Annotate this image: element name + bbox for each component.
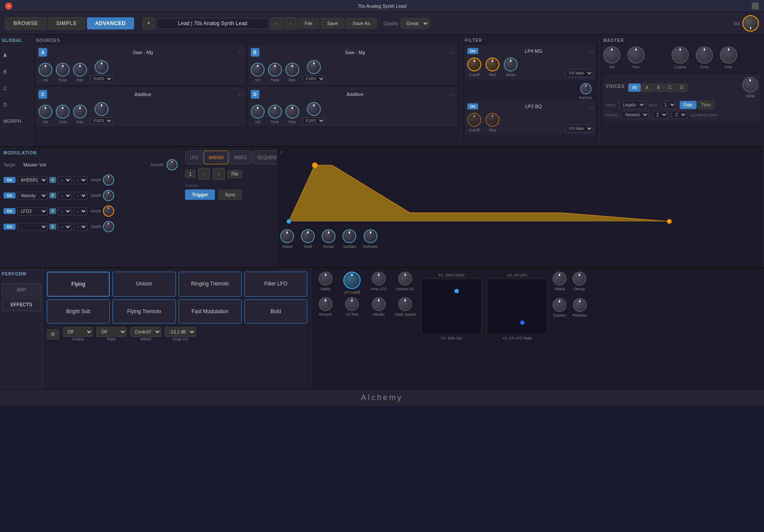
global-row-d[interactable]: D bbox=[2, 96, 30, 113]
env-sustain-knob[interactable] bbox=[342, 229, 356, 243]
source-b-f1f2-select[interactable]: F1/F2 bbox=[303, 75, 325, 82]
global-row-morph[interactable]: MORPH bbox=[2, 113, 30, 129]
trigger-button[interactable]: Trigger bbox=[185, 189, 215, 200]
source-b-pan-knob[interactable] bbox=[285, 63, 299, 77]
save-as-button[interactable]: Save As bbox=[346, 18, 377, 29]
voices-d-button[interactable]: D bbox=[677, 83, 687, 92]
mod-row3-e-button[interactable]: E bbox=[49, 208, 56, 214]
master-tune-knob[interactable] bbox=[696, 46, 713, 64]
mod-row1-sel1[interactable]: - bbox=[58, 176, 72, 184]
advanced-button[interactable]: ADVANCED bbox=[87, 17, 134, 29]
tab-mseg[interactable]: MSEG bbox=[229, 151, 251, 164]
source-a-tune-knob[interactable] bbox=[56, 63, 70, 77]
vol-knob[interactable] bbox=[742, 15, 759, 32]
close-button[interactable]: × bbox=[5, 3, 12, 10]
snap-vol-select[interactable]: -13.1 dB bbox=[165, 327, 196, 337]
expand-button[interactable]: ▾ bbox=[143, 17, 155, 29]
source-d-f1f2-select[interactable]: F1/F2 bbox=[303, 117, 325, 124]
lfo-next-button[interactable]: › bbox=[213, 168, 225, 180]
mod-row1-on-button[interactable]: On bbox=[3, 177, 16, 183]
mod-row4-e-button[interactable]: E bbox=[49, 224, 56, 230]
voices-a-button[interactable]: A bbox=[642, 83, 652, 92]
mod-row4-sel2[interactable]: - bbox=[74, 223, 87, 231]
source-c-arrows[interactable]: ‹ › bbox=[239, 92, 243, 97]
octave-select[interactable]: Off bbox=[63, 327, 93, 337]
filter2-arrows[interactable]: ‹ › bbox=[589, 104, 593, 109]
source-d-pan-knob[interactable] bbox=[285, 105, 299, 119]
mod-row3-source-select[interactable]: LFO3 bbox=[17, 207, 48, 215]
filter1-on-button[interactable]: On bbox=[467, 48, 478, 54]
filter2-on-button[interactable]: On bbox=[467, 103, 478, 109]
voices-priority-select[interactable]: Newest bbox=[621, 111, 649, 119]
source-c-pan-knob[interactable] bbox=[73, 105, 87, 119]
preset-dropdown[interactable]: Lead | 70s Analog Synth Lead bbox=[157, 18, 269, 29]
macro-unison-button[interactable]: Unison bbox=[112, 272, 176, 297]
filter2-cutoff-knob[interactable] bbox=[467, 113, 481, 127]
unison-ac-knob[interactable] bbox=[398, 272, 412, 285]
mod-row3-depth-knob[interactable] bbox=[103, 205, 114, 217]
voices-all-button[interactable]: All bbox=[628, 83, 641, 92]
prev-preset-button[interactable]: ‹ bbox=[271, 17, 283, 29]
source-c-f1f2-knob[interactable] bbox=[95, 102, 109, 116]
lp-cutoff-knob[interactable] bbox=[343, 272, 361, 289]
macro-ringing-button[interactable]: Ringing Tremolo bbox=[179, 272, 242, 297]
env-hold-knob[interactable] bbox=[301, 229, 315, 243]
source-d-arrows[interactable]: ‹ › bbox=[451, 92, 455, 97]
xy-pad1[interactable] bbox=[421, 279, 482, 335]
lfo-file-button[interactable]: File bbox=[227, 170, 242, 178]
perf-sustain-knob[interactable] bbox=[553, 298, 566, 312]
simple-button[interactable]: SIMPLE bbox=[48, 17, 85, 29]
global-row-b[interactable]: B bbox=[2, 64, 30, 80]
source-a-f1f2-select[interactable]: F1/F2 bbox=[90, 75, 113, 82]
glide-knob[interactable] bbox=[742, 77, 758, 93]
source-d-vol-knob[interactable] bbox=[251, 105, 265, 119]
macro-brightsub-button[interactable]: Bright Sub bbox=[47, 299, 110, 324]
filter2-fx-select[interactable]: FX Main bbox=[566, 125, 593, 132]
vibrato-knob[interactable] bbox=[372, 297, 386, 311]
env-release-knob[interactable] bbox=[364, 229, 377, 243]
mod-row1-depth-knob[interactable] bbox=[103, 174, 114, 186]
macro-bold-button[interactable]: Bold bbox=[244, 299, 307, 324]
env-decay-knob[interactable] bbox=[322, 229, 336, 243]
mod-row1-sel2[interactable]: - bbox=[74, 176, 87, 184]
source-d-f1f2-knob[interactable] bbox=[307, 102, 321, 116]
perf-decay-knob[interactable] bbox=[572, 272, 586, 285]
source-b-f1f2-knob[interactable] bbox=[307, 60, 321, 74]
source-a-pan-knob[interactable] bbox=[73, 63, 87, 77]
macro-flyingtrem-button[interactable]: Flying Tremolo bbox=[112, 299, 176, 324]
source-a-f1f2-knob[interactable] bbox=[95, 60, 109, 74]
wheel-select[interactable]: Control7 bbox=[130, 327, 161, 337]
filter1-fx-select[interactable]: FX Main bbox=[566, 69, 593, 77]
master-vol-knob[interactable] bbox=[603, 46, 620, 64]
global-row-a[interactable]: A bbox=[2, 47, 30, 64]
master-coarse-knob[interactable] bbox=[671, 46, 689, 64]
source-b-tune-knob[interactable] bbox=[268, 63, 282, 77]
voices-val1-select[interactable]: 2 bbox=[652, 111, 668, 119]
filter1-cutoff-knob[interactable] bbox=[467, 58, 481, 71]
voices-num-select[interactable]: 1 bbox=[661, 101, 676, 109]
source-d-tune-knob[interactable] bbox=[268, 105, 282, 119]
source-a-arrows[interactable]: ‹ › bbox=[239, 50, 243, 55]
mod-row3-sel1[interactable]: - bbox=[58, 207, 72, 215]
browse-button[interactable]: BROWSE bbox=[5, 17, 46, 29]
mod-row1-e-button[interactable]: E bbox=[49, 177, 56, 183]
voices-mode-select[interactable]: Legato bbox=[619, 101, 646, 109]
filter1-arrows[interactable]: ‹ › bbox=[589, 49, 593, 54]
mod-row1-source-select[interactable]: AHDSR1 bbox=[17, 176, 48, 184]
next-preset-button[interactable]: › bbox=[285, 17, 297, 29]
mod-row2-sel1[interactable]: - bbox=[58, 192, 72, 200]
rate-button[interactable]: Rate bbox=[680, 101, 697, 109]
perf-attack-knob[interactable] bbox=[553, 272, 566, 285]
mod-row4-sel1[interactable]: - bbox=[58, 223, 72, 231]
amp-lfo-knob[interactable] bbox=[372, 272, 386, 285]
mod-row2-e-button[interactable]: E bbox=[49, 192, 56, 199]
delay-knob[interactable] bbox=[319, 272, 332, 285]
maximize-button[interactable] bbox=[752, 3, 759, 10]
time-button[interactable]: Time bbox=[697, 101, 715, 109]
mod-row2-source-select[interactable]: Velocity bbox=[17, 192, 48, 200]
source-c-tune-knob[interactable] bbox=[56, 105, 70, 119]
voices-b-button[interactable]: B bbox=[653, 83, 664, 92]
source-c-f1f2-select[interactable]: F1/F2 bbox=[90, 117, 113, 124]
effects-button[interactable]: EFFECTS bbox=[2, 298, 41, 311]
mod-row2-on-button[interactable]: On bbox=[3, 192, 16, 199]
